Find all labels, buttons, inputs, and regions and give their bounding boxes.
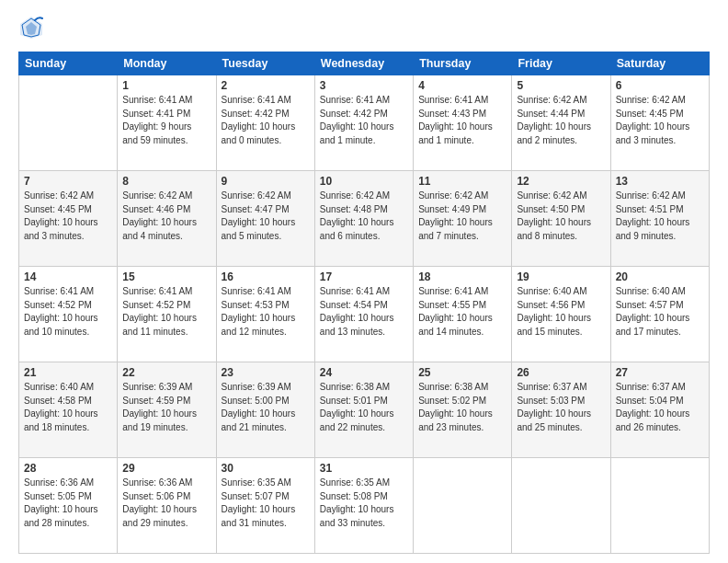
day-info: Sunrise: 6:41 AM Sunset: 4:42 PM Dayligh…: [320, 94, 408, 147]
day-number: 30: [222, 462, 310, 475]
calendar-week-row: 7Sunrise: 6:42 AM Sunset: 4:45 PM Daylig…: [19, 171, 710, 267]
weekday-header: Monday: [118, 52, 216, 75]
calendar-cell: 30Sunrise: 6:35 AM Sunset: 5:07 PM Dayli…: [216, 458, 314, 554]
day-info: Sunrise: 6:37 AM Sunset: 5:04 PM Dayligh…: [616, 381, 704, 434]
calendar-cell: 24Sunrise: 6:38 AM Sunset: 5:01 PM Dayli…: [314, 362, 413, 458]
calendar-cell: 12Sunrise: 6:42 AM Sunset: 4:50 PM Dayli…: [512, 171, 610, 267]
day-info: Sunrise: 6:42 AM Sunset: 4:50 PM Dayligh…: [517, 190, 605, 243]
calendar-cell: 16Sunrise: 6:41 AM Sunset: 4:53 PM Dayli…: [216, 267, 314, 362]
calendar-cell: 2Sunrise: 6:41 AM Sunset: 4:42 PM Daylig…: [216, 75, 314, 171]
calendar-cell: 28Sunrise: 6:36 AM Sunset: 5:05 PM Dayli…: [19, 458, 118, 554]
day-number: 22: [122, 366, 210, 379]
day-number: 8: [122, 175, 210, 188]
day-info: Sunrise: 6:42 AM Sunset: 4:45 PM Dayligh…: [616, 94, 704, 147]
day-number: 28: [24, 462, 112, 475]
day-number: 14: [24, 270, 112, 283]
calendar-week-row: 28Sunrise: 6:36 AM Sunset: 5:05 PM Dayli…: [19, 458, 710, 554]
weekday-header: Tuesday: [216, 52, 314, 75]
day-info: Sunrise: 6:42 AM Sunset: 4:46 PM Dayligh…: [122, 190, 210, 243]
calendar-cell: 6Sunrise: 6:42 AM Sunset: 4:45 PM Daylig…: [610, 75, 709, 171]
calendar-cell: 22Sunrise: 6:39 AM Sunset: 4:59 PM Dayli…: [118, 362, 216, 458]
day-number: 29: [122, 462, 210, 475]
calendar-cell: [512, 458, 610, 554]
day-number: 20: [616, 270, 704, 283]
day-number: 9: [222, 175, 310, 188]
day-info: Sunrise: 6:42 AM Sunset: 4:44 PM Dayligh…: [517, 94, 605, 147]
day-info: Sunrise: 6:42 AM Sunset: 4:47 PM Dayligh…: [222, 190, 310, 243]
day-number: 18: [418, 270, 506, 283]
calendar-cell: 23Sunrise: 6:39 AM Sunset: 5:00 PM Dayli…: [216, 362, 314, 458]
day-number: 23: [222, 366, 310, 379]
day-info: Sunrise: 6:41 AM Sunset: 4:41 PM Dayligh…: [122, 94, 210, 147]
calendar-cell: 15Sunrise: 6:41 AM Sunset: 4:52 PM Dayli…: [118, 267, 216, 362]
calendar-cell: 9Sunrise: 6:42 AM Sunset: 4:47 PM Daylig…: [216, 171, 314, 267]
day-info: Sunrise: 6:38 AM Sunset: 5:01 PM Dayligh…: [320, 381, 408, 434]
calendar-cell: 1Sunrise: 6:41 AM Sunset: 4:41 PM Daylig…: [118, 75, 216, 171]
day-info: Sunrise: 6:35 AM Sunset: 5:07 PM Dayligh…: [222, 477, 310, 530]
calendar-cell: 17Sunrise: 6:41 AM Sunset: 4:54 PM Dayli…: [314, 267, 413, 362]
calendar-cell: 14Sunrise: 6:41 AM Sunset: 4:52 PM Dayli…: [19, 267, 118, 362]
day-number: 7: [24, 175, 112, 188]
day-number: 27: [616, 366, 704, 379]
day-number: 26: [517, 366, 605, 379]
calendar-week-row: 21Sunrise: 6:40 AM Sunset: 4:58 PM Dayli…: [19, 362, 710, 458]
day-number: 1: [122, 79, 210, 92]
day-number: 6: [616, 79, 704, 92]
day-info: Sunrise: 6:40 AM Sunset: 4:57 PM Dayligh…: [616, 285, 704, 339]
day-info: Sunrise: 6:36 AM Sunset: 5:05 PM Dayligh…: [24, 477, 112, 530]
day-info: Sunrise: 6:36 AM Sunset: 5:06 PM Dayligh…: [122, 477, 210, 530]
calendar-table: SundayMondayTuesdayWednesdayThursdayFrid…: [18, 52, 710, 554]
day-info: Sunrise: 6:42 AM Sunset: 4:49 PM Dayligh…: [418, 190, 506, 243]
day-number: 31: [320, 462, 408, 475]
day-number: 5: [517, 79, 605, 92]
weekday-header: Thursday: [414, 52, 512, 75]
day-number: 15: [122, 270, 210, 283]
calendar-cell: [610, 458, 709, 554]
calendar-cell: 27Sunrise: 6:37 AM Sunset: 5:04 PM Dayli…: [610, 362, 709, 458]
day-number: 3: [320, 79, 408, 92]
day-info: Sunrise: 6:39 AM Sunset: 5:00 PM Dayligh…: [222, 381, 310, 434]
header: [18, 17, 710, 42]
day-info: Sunrise: 6:42 AM Sunset: 4:45 PM Dayligh…: [24, 190, 112, 243]
calendar-week-row: 1Sunrise: 6:41 AM Sunset: 4:41 PM Daylig…: [19, 75, 710, 171]
weekday-header: Saturday: [610, 52, 709, 75]
calendar-cell: 31Sunrise: 6:35 AM Sunset: 5:08 PM Dayli…: [314, 458, 413, 554]
day-info: Sunrise: 6:42 AM Sunset: 4:51 PM Dayligh…: [616, 190, 704, 243]
day-info: Sunrise: 6:41 AM Sunset: 4:43 PM Dayligh…: [418, 94, 506, 147]
calendar-cell: 20Sunrise: 6:40 AM Sunset: 4:57 PM Dayli…: [610, 267, 709, 362]
calendar-cell: 13Sunrise: 6:42 AM Sunset: 4:51 PM Dayli…: [610, 171, 709, 267]
weekday-header: Sunday: [19, 52, 118, 75]
calendar-cell: 3Sunrise: 6:41 AM Sunset: 4:42 PM Daylig…: [314, 75, 413, 171]
weekday-header: Wednesday: [314, 52, 413, 75]
day-info: Sunrise: 6:41 AM Sunset: 4:55 PM Dayligh…: [418, 285, 506, 339]
weekday-row: SundayMondayTuesdayWednesdayThursdayFrid…: [19, 52, 710, 75]
calendar-cell: 4Sunrise: 6:41 AM Sunset: 4:43 PM Daylig…: [414, 75, 512, 171]
day-info: Sunrise: 6:41 AM Sunset: 4:42 PM Dayligh…: [222, 94, 310, 147]
calendar-header: SundayMondayTuesdayWednesdayThursdayFrid…: [19, 52, 710, 75]
calendar-cell: 19Sunrise: 6:40 AM Sunset: 4:56 PM Dayli…: [512, 267, 610, 362]
day-number: 25: [418, 366, 506, 379]
calendar-cell: 18Sunrise: 6:41 AM Sunset: 4:55 PM Dayli…: [414, 267, 512, 362]
day-info: Sunrise: 6:40 AM Sunset: 4:56 PM Dayligh…: [517, 285, 605, 339]
day-info: Sunrise: 6:41 AM Sunset: 4:52 PM Dayligh…: [122, 285, 210, 339]
calendar-cell: [414, 458, 512, 554]
calendar-body: 1Sunrise: 6:41 AM Sunset: 4:41 PM Daylig…: [19, 75, 710, 554]
day-info: Sunrise: 6:37 AM Sunset: 5:03 PM Dayligh…: [517, 381, 605, 434]
day-info: Sunrise: 6:38 AM Sunset: 5:02 PM Dayligh…: [418, 381, 506, 434]
day-info: Sunrise: 6:39 AM Sunset: 4:59 PM Dayligh…: [122, 381, 210, 434]
day-number: 4: [418, 79, 506, 92]
day-info: Sunrise: 6:40 AM Sunset: 4:58 PM Dayligh…: [24, 381, 112, 434]
day-info: Sunrise: 6:41 AM Sunset: 4:52 PM Dayligh…: [24, 285, 112, 339]
calendar-cell: 8Sunrise: 6:42 AM Sunset: 4:46 PM Daylig…: [118, 171, 216, 267]
day-number: 16: [222, 270, 310, 283]
calendar-cell: 7Sunrise: 6:42 AM Sunset: 4:45 PM Daylig…: [19, 171, 118, 267]
weekday-header: Friday: [512, 52, 610, 75]
day-number: 2: [222, 79, 310, 92]
day-number: 11: [418, 175, 506, 188]
logo-icon: [18, 15, 44, 40]
calendar-week-row: 14Sunrise: 6:41 AM Sunset: 4:52 PM Dayli…: [19, 267, 710, 362]
page: SundayMondayTuesdayWednesdayThursdayFrid…: [0, 0, 728, 563]
day-info: Sunrise: 6:35 AM Sunset: 5:08 PM Dayligh…: [320, 477, 408, 530]
day-number: 12: [517, 175, 605, 188]
day-number: 21: [24, 366, 112, 379]
